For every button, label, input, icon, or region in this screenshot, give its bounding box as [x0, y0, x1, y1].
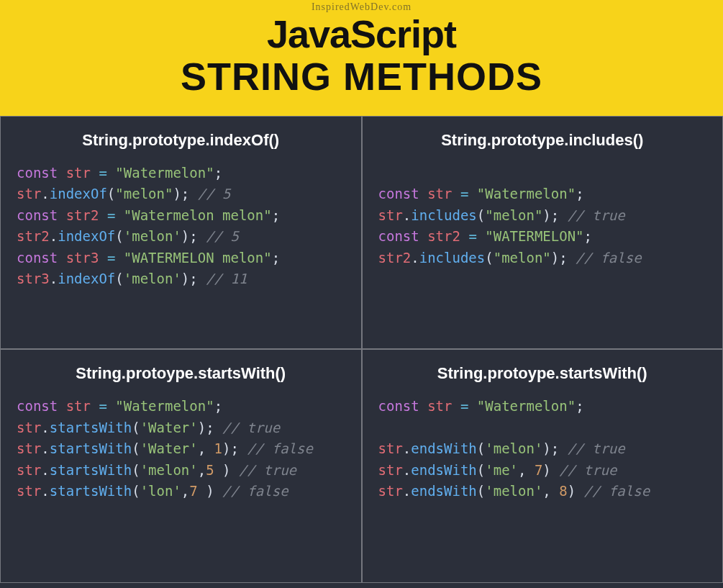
- methods-grid: String.prototype.indexOf() const str = "…: [0, 116, 723, 583]
- cell-startswith: String.protoype.startsWith() const str =…: [0, 349, 362, 583]
- code-block: const str = "Watermelon"; str.endsWith('…: [378, 396, 707, 502]
- source-url: InspiredWebDev.com: [0, 0, 723, 13]
- cell-title: String.prototype.indexOf(): [17, 131, 345, 150]
- title-line-1: JavaScript: [0, 13, 723, 55]
- cell-endswith: String.protoype.startsWith() const str =…: [362, 349, 724, 583]
- cell-indexof: String.prototype.indexOf() const str = "…: [0, 116, 362, 350]
- title-line-2: STRING METHODS: [0, 55, 723, 98]
- code-block: const str = "Watermelon"; str.indexOf("m…: [17, 163, 345, 290]
- code-block: const str = "Watermelon"; str.includes("…: [378, 163, 707, 268]
- header: InspiredWebDev.com JavaScript STRING MET…: [0, 0, 723, 116]
- cell-includes: String.prototype.includes() const str = …: [362, 116, 724, 350]
- cell-title: String.prototype.includes(): [378, 131, 707, 150]
- cell-title: String.protoype.startsWith(): [378, 364, 707, 383]
- code-block: const str = "Watermelon"; str.startsWith…: [17, 396, 345, 502]
- cell-title: String.protoype.startsWith(): [17, 364, 345, 383]
